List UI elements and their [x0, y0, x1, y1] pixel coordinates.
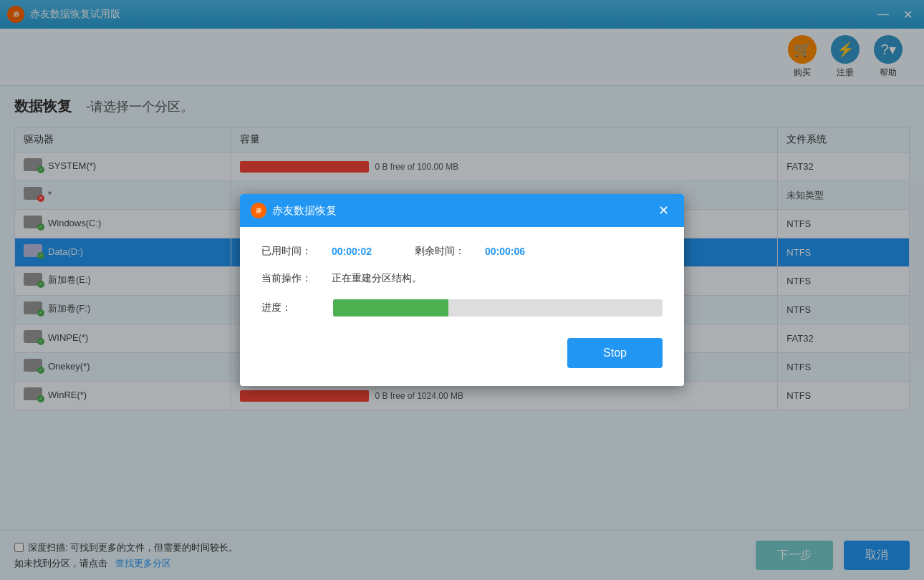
modal-app-icon: 赤 — [251, 203, 266, 218]
op-label: 当前操作： — [261, 272, 326, 285]
time-used-label: 已用时间： — [261, 245, 326, 258]
progress-fill — [333, 299, 448, 316]
modal-close-button[interactable]: ✕ — [654, 201, 673, 220]
progress-modal: 赤 赤友数据恢复 ✕ 已用时间： 00:00:02 剩余时间： 00:00:06… — [240, 194, 684, 386]
progress-label: 进度： — [261, 301, 326, 314]
time-row: 已用时间： 00:00:02 剩余时间： 00:00:06 — [261, 245, 663, 258]
stop-button[interactable]: Stop — [567, 338, 663, 368]
time-used-value: 00:00:02 — [332, 246, 372, 257]
op-row: 当前操作： 正在重建分区结构。 — [261, 272, 663, 285]
time-remain-label: 剩余时间： — [415, 245, 479, 258]
modal-footer: Stop — [240, 338, 684, 386]
time-remain-value: 00:00:06 — [485, 246, 525, 257]
modal-header: 赤 赤友数据恢复 ✕ — [240, 194, 684, 227]
progress-row: 进度： — [261, 299, 663, 316]
modal-overlay: 赤 赤友数据恢复 ✕ 已用时间： 00:00:02 剩余时间： 00:00:06… — [0, 0, 924, 580]
progress-bar — [333, 299, 663, 316]
modal-body: 已用时间： 00:00:02 剩余时间： 00:00:06 当前操作： 正在重建… — [240, 227, 684, 338]
op-value: 正在重建分区结构。 — [332, 272, 422, 285]
modal-title: 赤友数据恢复 — [272, 204, 648, 218]
